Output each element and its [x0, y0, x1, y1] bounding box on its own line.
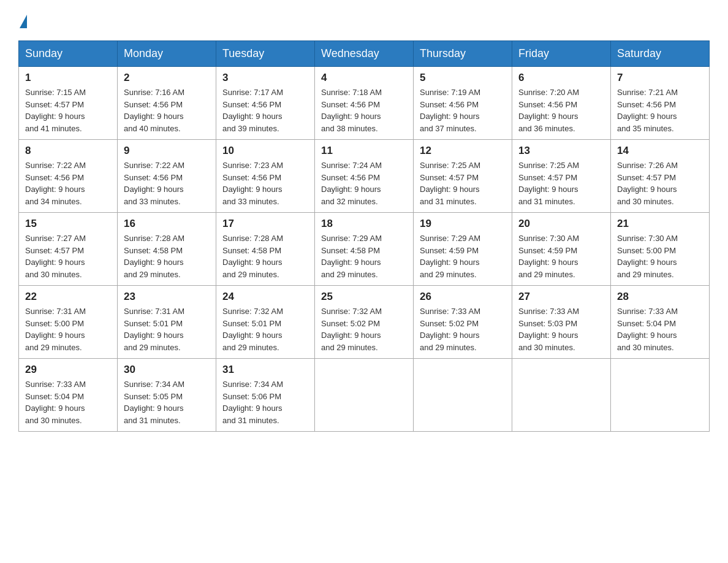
logo	[18, 12, 27, 28]
calendar-cell: 25 Sunrise: 7:32 AM Sunset: 5:02 PM Dayl…	[315, 286, 414, 359]
calendar-cell: 3 Sunrise: 7:17 AM Sunset: 4:56 PM Dayli…	[216, 67, 315, 140]
calendar-cell	[414, 359, 512, 432]
day-number: 2	[124, 72, 210, 84]
day-info: Sunrise: 7:34 AM Sunset: 5:05 PM Dayligh…	[124, 378, 210, 426]
col-header-tuesday: Tuesday	[216, 41, 315, 67]
calendar-cell: 20 Sunrise: 7:30 AM Sunset: 4:59 PM Dayl…	[512, 213, 611, 286]
day-info: Sunrise: 7:33 AM Sunset: 5:04 PM Dayligh…	[617, 305, 703, 353]
logo-triangle-icon	[20, 15, 27, 28]
day-info: Sunrise: 7:24 AM Sunset: 4:56 PM Dayligh…	[321, 159, 407, 207]
day-number: 4	[321, 72, 407, 84]
day-info: Sunrise: 7:20 AM Sunset: 4:56 PM Dayligh…	[518, 86, 604, 134]
calendar-cell: 6 Sunrise: 7:20 AM Sunset: 4:56 PM Dayli…	[512, 67, 611, 140]
day-info: Sunrise: 7:25 AM Sunset: 4:57 PM Dayligh…	[420, 159, 506, 207]
day-number: 26	[420, 291, 506, 303]
day-number: 11	[321, 145, 407, 157]
day-number: 12	[420, 145, 506, 157]
page-header	[18, 12, 710, 28]
day-number: 19	[420, 218, 506, 230]
day-number: 8	[25, 145, 111, 157]
day-info: Sunrise: 7:22 AM Sunset: 4:56 PM Dayligh…	[25, 159, 111, 207]
day-number: 27	[518, 291, 604, 303]
day-info: Sunrise: 7:34 AM Sunset: 5:06 PM Dayligh…	[222, 378, 308, 426]
calendar-cell: 4 Sunrise: 7:18 AM Sunset: 4:56 PM Dayli…	[315, 67, 414, 140]
calendar-cell	[611, 359, 710, 432]
day-info: Sunrise: 7:16 AM Sunset: 4:56 PM Dayligh…	[124, 86, 210, 134]
day-info: Sunrise: 7:22 AM Sunset: 4:56 PM Dayligh…	[124, 159, 210, 207]
calendar-cell: 18 Sunrise: 7:29 AM Sunset: 4:58 PM Dayl…	[315, 213, 414, 286]
day-info: Sunrise: 7:19 AM Sunset: 4:56 PM Dayligh…	[420, 86, 506, 134]
day-info: Sunrise: 7:26 AM Sunset: 4:57 PM Dayligh…	[617, 159, 703, 207]
calendar-cell: 29 Sunrise: 7:33 AM Sunset: 5:04 PM Dayl…	[19, 359, 118, 432]
calendar-cell: 23 Sunrise: 7:31 AM Sunset: 5:01 PM Dayl…	[118, 286, 216, 359]
day-number: 16	[124, 218, 210, 230]
col-header-friday: Friday	[512, 41, 611, 67]
day-info: Sunrise: 7:15 AM Sunset: 4:57 PM Dayligh…	[25, 86, 111, 134]
calendar-cell: 12 Sunrise: 7:25 AM Sunset: 4:57 PM Dayl…	[414, 140, 512, 213]
calendar-cell: 15 Sunrise: 7:27 AM Sunset: 4:57 PM Dayl…	[19, 213, 118, 286]
calendar-cell: 14 Sunrise: 7:26 AM Sunset: 4:57 PM Dayl…	[611, 140, 710, 213]
calendar-week-row: 8 Sunrise: 7:22 AM Sunset: 4:56 PM Dayli…	[19, 140, 710, 213]
day-number: 24	[222, 291, 308, 303]
calendar-cell: 7 Sunrise: 7:21 AM Sunset: 4:56 PM Dayli…	[611, 67, 710, 140]
day-info: Sunrise: 7:23 AM Sunset: 4:56 PM Dayligh…	[222, 159, 308, 207]
day-number: 9	[124, 145, 210, 157]
day-info: Sunrise: 7:30 AM Sunset: 4:59 PM Dayligh…	[518, 232, 604, 280]
day-number: 17	[222, 218, 308, 230]
day-number: 14	[617, 145, 703, 157]
day-info: Sunrise: 7:28 AM Sunset: 4:58 PM Dayligh…	[222, 232, 308, 280]
day-info: Sunrise: 7:29 AM Sunset: 4:59 PM Dayligh…	[420, 232, 506, 280]
calendar-cell: 30 Sunrise: 7:34 AM Sunset: 5:05 PM Dayl…	[118, 359, 216, 432]
day-number: 15	[25, 218, 111, 230]
calendar-table: SundayMondayTuesdayWednesdayThursdayFrid…	[18, 40, 710, 432]
calendar-cell: 17 Sunrise: 7:28 AM Sunset: 4:58 PM Dayl…	[216, 213, 315, 286]
day-number: 28	[617, 291, 703, 303]
day-number: 10	[222, 145, 308, 157]
day-number: 13	[518, 145, 604, 157]
day-number: 20	[518, 218, 604, 230]
calendar-cell: 13 Sunrise: 7:25 AM Sunset: 4:57 PM Dayl…	[512, 140, 611, 213]
day-info: Sunrise: 7:28 AM Sunset: 4:58 PM Dayligh…	[124, 232, 210, 280]
day-number: 7	[617, 72, 703, 84]
day-info: Sunrise: 7:33 AM Sunset: 5:04 PM Dayligh…	[25, 378, 111, 426]
calendar-week-row: 15 Sunrise: 7:27 AM Sunset: 4:57 PM Dayl…	[19, 213, 710, 286]
day-number: 1	[25, 72, 111, 84]
day-info: Sunrise: 7:32 AM Sunset: 5:01 PM Dayligh…	[222, 305, 308, 353]
day-info: Sunrise: 7:30 AM Sunset: 5:00 PM Dayligh…	[617, 232, 703, 280]
calendar-cell: 16 Sunrise: 7:28 AM Sunset: 4:58 PM Dayl…	[118, 213, 216, 286]
day-number: 21	[617, 218, 703, 230]
day-number: 30	[124, 364, 210, 376]
day-info: Sunrise: 7:33 AM Sunset: 5:03 PM Dayligh…	[518, 305, 604, 353]
calendar-cell: 26 Sunrise: 7:33 AM Sunset: 5:02 PM Dayl…	[414, 286, 512, 359]
day-number: 18	[321, 218, 407, 230]
calendar-cell: 27 Sunrise: 7:33 AM Sunset: 5:03 PM Dayl…	[512, 286, 611, 359]
day-info: Sunrise: 7:31 AM Sunset: 5:01 PM Dayligh…	[124, 305, 210, 353]
day-info: Sunrise: 7:27 AM Sunset: 4:57 PM Dayligh…	[25, 232, 111, 280]
calendar-cell: 5 Sunrise: 7:19 AM Sunset: 4:56 PM Dayli…	[414, 67, 512, 140]
day-number: 3	[222, 72, 308, 84]
day-info: Sunrise: 7:25 AM Sunset: 4:57 PM Dayligh…	[518, 159, 604, 207]
calendar-cell: 2 Sunrise: 7:16 AM Sunset: 4:56 PM Dayli…	[118, 67, 216, 140]
calendar-cell	[315, 359, 414, 432]
day-number: 5	[420, 72, 506, 84]
col-header-saturday: Saturday	[611, 41, 710, 67]
calendar-cell: 11 Sunrise: 7:24 AM Sunset: 4:56 PM Dayl…	[315, 140, 414, 213]
day-number: 31	[222, 364, 308, 376]
day-info: Sunrise: 7:31 AM Sunset: 5:00 PM Dayligh…	[25, 305, 111, 353]
calendar-cell: 22 Sunrise: 7:31 AM Sunset: 5:00 PM Dayl…	[19, 286, 118, 359]
day-info: Sunrise: 7:33 AM Sunset: 5:02 PM Dayligh…	[420, 305, 506, 353]
calendar-cell: 9 Sunrise: 7:22 AM Sunset: 4:56 PM Dayli…	[118, 140, 216, 213]
col-header-thursday: Thursday	[414, 41, 512, 67]
calendar-cell: 8 Sunrise: 7:22 AM Sunset: 4:56 PM Dayli…	[19, 140, 118, 213]
calendar-cell: 31 Sunrise: 7:34 AM Sunset: 5:06 PM Dayl…	[216, 359, 315, 432]
calendar-cell: 21 Sunrise: 7:30 AM Sunset: 5:00 PM Dayl…	[611, 213, 710, 286]
day-info: Sunrise: 7:17 AM Sunset: 4:56 PM Dayligh…	[222, 86, 308, 134]
day-info: Sunrise: 7:18 AM Sunset: 4:56 PM Dayligh…	[321, 86, 407, 134]
col-header-wednesday: Wednesday	[315, 41, 414, 67]
calendar-cell: 1 Sunrise: 7:15 AM Sunset: 4:57 PM Dayli…	[19, 67, 118, 140]
day-info: Sunrise: 7:32 AM Sunset: 5:02 PM Dayligh…	[321, 305, 407, 353]
calendar-header-row: SundayMondayTuesdayWednesdayThursdayFrid…	[19, 41, 710, 67]
col-header-monday: Monday	[118, 41, 216, 67]
day-number: 22	[25, 291, 111, 303]
calendar-cell	[512, 359, 611, 432]
